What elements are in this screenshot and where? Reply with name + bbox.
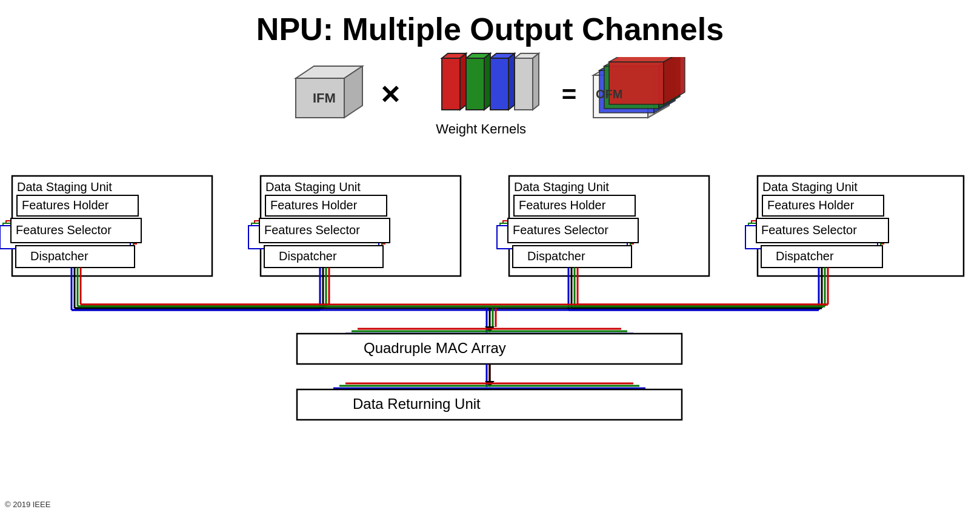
svg-marker-12 xyxy=(442,58,460,110)
svg-text:Features Selector: Features Selector xyxy=(761,223,857,237)
svg-marker-8 xyxy=(508,53,515,110)
svg-text:Features Selector: Features Selector xyxy=(264,223,360,237)
svg-rect-32 xyxy=(6,221,136,244)
svg-marker-121 xyxy=(485,381,495,387)
svg-text:Features Holder: Features Holder xyxy=(767,198,855,212)
svg-rect-35 xyxy=(11,218,141,243)
svg-text:Data Returning Unit: Data Returning Unit xyxy=(353,396,481,412)
svg-rect-50 xyxy=(509,176,709,276)
copyright-text: © 2019 IEEE xyxy=(5,500,50,509)
svg-marker-6 xyxy=(490,58,508,110)
svg-rect-54 xyxy=(503,221,633,244)
svg-rect-67 xyxy=(745,226,878,249)
svg-rect-57 xyxy=(508,218,638,243)
ifm-label: IFM xyxy=(313,90,336,106)
svg-marker-9 xyxy=(466,58,484,110)
svg-marker-14 xyxy=(460,53,466,110)
svg-marker-3 xyxy=(515,58,533,110)
svg-rect-116 xyxy=(297,334,682,364)
svg-rect-70 xyxy=(761,246,882,268)
svg-rect-125 xyxy=(297,389,682,420)
ofm-group: OFM xyxy=(587,57,690,132)
svg-text:Features Holder: Features Holder xyxy=(22,198,109,212)
svg-rect-45 xyxy=(248,226,379,249)
svg-rect-34 xyxy=(0,226,130,249)
main-diagram-svg: Data Staging Unit Features Holder Featur… xyxy=(0,170,980,512)
page-title: NPU: Multiple Output Channels xyxy=(0,0,980,47)
svg-rect-44 xyxy=(252,223,382,246)
svg-rect-48 xyxy=(264,246,383,268)
multiply-operator: ✕ xyxy=(379,80,401,110)
svg-rect-61 xyxy=(758,176,964,276)
svg-marker-26 xyxy=(664,57,685,104)
svg-marker-5 xyxy=(533,53,539,110)
svg-rect-63 xyxy=(762,195,884,216)
svg-rect-59 xyxy=(513,246,632,268)
svg-text:Data Staging Unit: Data Staging Unit xyxy=(17,180,112,194)
ofm-svg: OFM xyxy=(587,57,690,130)
svg-rect-37 xyxy=(16,246,135,268)
svg-text:Dispatcher: Dispatcher xyxy=(527,249,585,263)
svg-rect-41 xyxy=(265,195,387,216)
page-container: NPU: Multiple Output Channels IFM ✕ xyxy=(0,0,980,512)
svg-marker-112 xyxy=(485,326,495,332)
ifm-svg: IFM xyxy=(290,60,368,127)
svg-rect-43 xyxy=(255,221,385,244)
svg-rect-52 xyxy=(514,195,635,216)
svg-rect-28 xyxy=(12,176,212,276)
svg-text:Data Staging Unit: Data Staging Unit xyxy=(514,180,609,194)
svg-rect-39 xyxy=(261,176,461,276)
weight-kernels-group: Weight Kernels xyxy=(412,52,551,137)
svg-text:Features Holder: Features Holder xyxy=(270,198,358,212)
svg-rect-55 xyxy=(500,223,630,246)
svg-text:Dispatcher: Dispatcher xyxy=(30,249,88,263)
svg-text:Dispatcher: Dispatcher xyxy=(279,249,337,263)
weight-kernels-svg xyxy=(412,52,551,119)
svg-rect-46 xyxy=(259,218,390,243)
weight-kernels-label: Weight Kernels xyxy=(436,121,526,137)
top-diagram: IFM ✕ xyxy=(0,52,980,137)
svg-text:Features Selector: Features Selector xyxy=(16,223,112,237)
ifm-group: IFM xyxy=(290,60,368,129)
svg-text:OFM: OFM xyxy=(596,87,622,101)
svg-rect-30 xyxy=(17,195,138,216)
svg-rect-33 xyxy=(3,223,133,246)
svg-marker-11 xyxy=(484,53,490,110)
svg-rect-66 xyxy=(748,223,881,246)
svg-text:Features Holder: Features Holder xyxy=(519,198,606,212)
svg-rect-56 xyxy=(497,226,627,249)
svg-text:Features Selector: Features Selector xyxy=(513,223,608,237)
svg-rect-65 xyxy=(752,221,884,244)
svg-rect-68 xyxy=(756,218,888,243)
svg-text:Data Staging Unit: Data Staging Unit xyxy=(762,180,858,194)
svg-text:Quadruple MAC Array: Quadruple MAC Array xyxy=(364,340,506,356)
equals-operator: = xyxy=(562,80,577,109)
svg-text:Dispatcher: Dispatcher xyxy=(776,249,834,263)
svg-text:Data Staging Unit: Data Staging Unit xyxy=(265,180,361,194)
